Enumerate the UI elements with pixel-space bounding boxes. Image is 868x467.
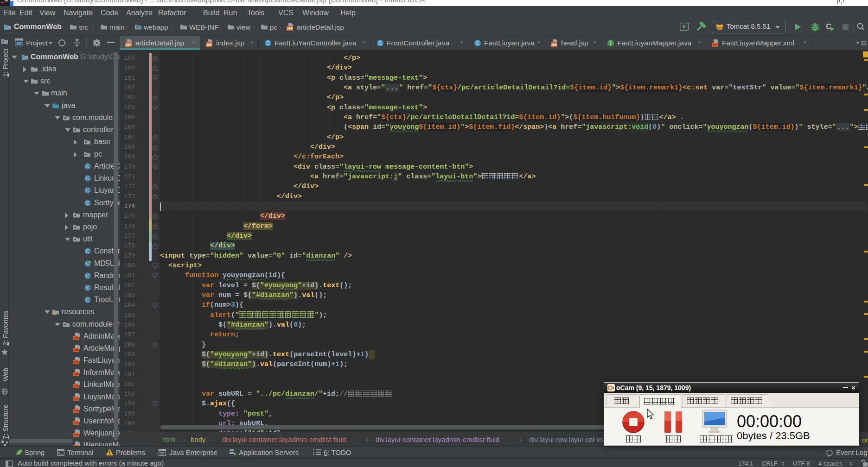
svg-text:JSP: JSP xyxy=(125,43,132,46)
svg-text:<>: <> xyxy=(74,384,79,388)
svg-text:C: C xyxy=(476,41,479,46)
svg-text:<>: <> xyxy=(74,372,79,376)
svg-text:<>: <> xyxy=(74,421,79,425)
svg-text:<>: <> xyxy=(74,336,79,340)
svg-text:C: C xyxy=(86,285,89,290)
svg-text:<>: <> xyxy=(74,397,79,401)
svg-text:<>: <> xyxy=(74,348,79,352)
svg-text:JSP: JSP xyxy=(551,43,557,46)
svg-text:JSP: JSP xyxy=(287,27,293,30)
svg-text:C: C xyxy=(86,273,89,278)
svg-text:C: C xyxy=(86,201,89,206)
svg-text:C: C xyxy=(86,176,89,181)
svg-text:C: C xyxy=(86,164,89,169)
svg-text:C: C xyxy=(86,249,89,254)
svg-text:C: C xyxy=(266,41,269,46)
svg-text:<>: <> xyxy=(713,43,717,47)
svg-text:C: C xyxy=(378,41,382,46)
svg-text:<>: <> xyxy=(74,409,79,413)
svg-text:JSP: JSP xyxy=(206,43,212,46)
svg-text:I: I xyxy=(610,41,612,46)
svg-text:C: C xyxy=(86,188,89,193)
svg-text:<>: <> xyxy=(74,360,79,364)
svg-text:<>: <> xyxy=(74,433,79,437)
svg-text:C: C xyxy=(86,297,89,303)
